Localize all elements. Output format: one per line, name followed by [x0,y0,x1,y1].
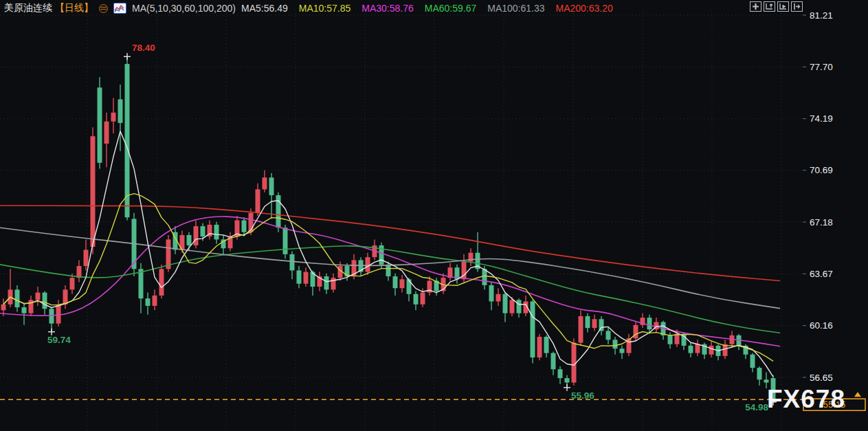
chart-svg[interactable]: 55.1578.4059.7455.9654.9881.2177.7074.19… [0,0,868,431]
candle-body [214,225,219,239]
ma-value-MA10: MA10:57.85 [299,3,351,14]
candle-body [22,307,27,313]
candle-body [675,334,680,344]
candle-body [118,100,123,123]
candle-body [551,353,556,370]
instrument-name: 美原油连续 [4,2,52,14]
axis-tick-label: 63.67 [810,269,833,279]
candle-body [153,296,157,306]
candle-body [613,340,618,349]
candle-body [620,349,625,353]
axis-tick-label: 56.65 [810,373,833,383]
candle-body [125,64,130,217]
axis-tick-label: 77.70 [810,62,833,72]
candle-body [393,276,398,288]
candle-body [146,298,151,306]
candle-body [201,226,205,236]
ma-value-MA30: MA30:58.76 [361,3,414,14]
candle-body [263,177,267,189]
candle-body [366,257,370,272]
candle-body [606,331,611,340]
candle-body [421,293,425,305]
candle-body [400,279,405,288]
candle-body [242,220,247,232]
candle-body [544,337,549,353]
candle-body [586,316,590,328]
candle-body [695,344,700,353]
candle-body [565,378,570,382]
candle-body [98,87,102,162]
candle-body [283,228,288,254]
ma-value-MA5: MA5:56.49 [241,3,288,14]
candle-body [324,276,329,289]
candle-body [36,293,41,300]
candle-body [414,294,419,305]
candle-body [139,269,144,298]
candle-body [709,346,714,355]
auto-scale-icon[interactable] [764,1,775,12]
extreme-price-label: 78.40 [132,43,155,53]
ma-value-MA200: MA200:63.20 [556,3,613,14]
candle-body [104,122,109,144]
candle-body [510,300,515,313]
candle-body [56,305,61,324]
candle-body [750,355,755,368]
candle-body [579,316,583,343]
price-chart-app: 55.1578.4059.7455.9654.9881.2177.7074.19… [0,0,868,431]
page-forward-icon[interactable] [791,1,803,12]
candle-body [256,189,260,212]
candle-body [757,368,762,379]
axis-tick-label: 81.21 [810,10,833,21]
candle-body [297,270,302,283]
candle-body [194,226,199,245]
candle-body [111,113,116,122]
candle-body [572,343,577,383]
axis-tick-label: 60.16 [810,320,833,331]
candle-body [63,289,68,304]
axis-tick-label: 74.19 [810,113,833,124]
ma-value-MA60: MA60:59.67 [425,3,477,14]
period-label[interactable]: 【日线】 [55,2,93,14]
candle-body [91,136,96,247]
candlestick-chart[interactable]: 55.1578.4059.7455.9654.9881.2177.7074.19… [0,0,868,431]
candle-body [269,177,274,195]
candle-body [558,369,563,378]
chart-toolbar [750,1,803,12]
candle-body [49,309,54,323]
candle-body [647,318,652,329]
split-view-icon[interactable] [750,1,761,12]
chart-header: 美原油连续 【日线】 MA(5,10,30,60,100,200) MA5:56… [4,2,613,14]
axis-tick-label: 70.69 [810,165,833,175]
candle-body [489,285,494,302]
candle-body [496,294,501,302]
candle-body [290,254,295,271]
play-scale-icon[interactable] [777,1,789,12]
candle-body [407,279,412,294]
candle-body [689,346,693,353]
menu-circle-icon[interactable] [99,4,108,13]
candle-body [531,301,535,357]
candle-body [15,289,20,307]
candle-body [304,272,309,284]
mini-chart-glyph [114,4,124,12]
candle-body [517,300,522,313]
ma-values: MA5:56.49MA10:57.85MA30:58.76MA60:59.67M… [241,3,613,14]
axis-tick-label: 67.18 [810,217,833,228]
candle-body [386,265,391,276]
candle-body [482,269,487,285]
candle-body [43,293,47,309]
mini-chart-icon[interactable] [113,3,126,14]
candle-body [1,305,6,311]
ma-settings-label[interactable]: MA(5,10,30,60,100,200) [132,3,236,14]
candle-body [331,278,336,289]
candle-body [634,325,638,338]
candle-body [159,269,164,296]
extreme-price-label: 55.96 [571,390,594,401]
ma-value-MA100: MA100:61.33 [487,3,544,14]
candle-body [537,337,542,357]
candle-body [187,235,192,245]
candle-body [503,294,508,313]
extreme-price-label: 54.98 [745,402,768,412]
candle-body [764,379,769,382]
watermark: FX678 [767,386,845,412]
